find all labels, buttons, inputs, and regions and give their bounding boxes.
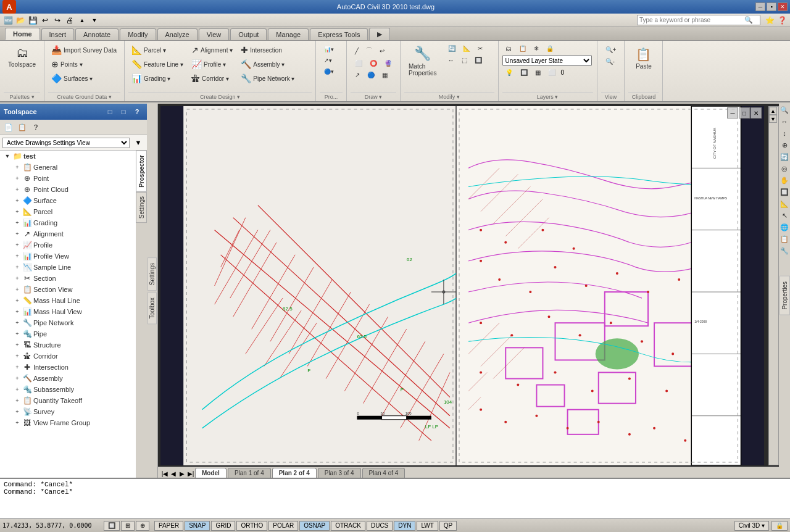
list-item[interactable]: + 📋 General <box>0 162 136 173</box>
ts-btn3[interactable]: ? <box>131 106 143 118</box>
list-item[interactable]: + 📡 Survey <box>0 406 136 417</box>
expander[interactable]: + <box>12 162 22 172</box>
modify-btn6[interactable]: 🔲 <box>472 55 485 65</box>
vp-minimize-btn[interactable]: ─ <box>727 107 738 118</box>
expander[interactable]: + <box>12 396 22 405</box>
expander[interactable]: + <box>12 307 22 317</box>
drawing-viewport[interactable]: 82.5 62 62.5 F P 104 LF LP <box>160 106 764 465</box>
list-item[interactable]: + 🖼 View Frame Group <box>0 417 136 428</box>
layer-freeze-btn[interactable]: ❄ <box>531 43 542 54</box>
tab-plan4[interactable]: Plan 4 of 4 <box>362 468 405 478</box>
ts-btn2[interactable]: □ <box>117 106 130 118</box>
rt-btn9[interactable]: 📐 <box>780 198 789 209</box>
print-btn[interactable]: 🖨 <box>64 15 75 26</box>
tab-analyze[interactable]: Analyze <box>157 28 198 40</box>
expander[interactable]: + <box>12 351 22 361</box>
up-btn[interactable]: ▲ <box>77 15 88 26</box>
tree-root[interactable]: ▼ 📁 test <box>0 151 136 162</box>
list-item[interactable]: + ✂ Section <box>0 273 136 284</box>
vp-close-btn[interactable]: ✕ <box>750 107 762 118</box>
assembly-btn[interactable]: 🔨 Assembly ▾ <box>238 57 297 71</box>
draw-btn3[interactable]: ↩ <box>376 44 388 57</box>
ts-props-btn[interactable]: 📋 <box>16 121 28 133</box>
expander[interactable]: + <box>12 384 22 394</box>
ts-view-dropdown[interactable]: Active Drawings Settings View <box>2 138 130 148</box>
pipe-network-btn[interactable]: 🔧 Pipe Network ▾ <box>238 72 297 85</box>
rt-btn6[interactable]: ◎ <box>780 163 789 174</box>
expander[interactable]: + <box>12 407 22 417</box>
settings-tab[interactable]: Settings <box>136 192 147 223</box>
expander[interactable]: + <box>12 273 22 283</box>
workspace-btn[interactable]: Civil 3D ▾ <box>734 521 769 531</box>
draw-btn6[interactable]: 🔮 <box>381 58 395 69</box>
pro-btn2[interactable]: ↗▾ <box>321 56 337 65</box>
lwt-toggle[interactable]: LWT <box>417 521 438 531</box>
list-item[interactable]: + 🔨 Assembly <box>0 373 136 384</box>
tab-nav-first[interactable]: |◀ <box>160 469 169 478</box>
tab-manage[interactable]: Manage <box>268 28 309 40</box>
tab-view[interactable]: View <box>199 28 230 40</box>
tab-plan2[interactable]: Plan 2 of 4 <box>272 468 317 478</box>
expander[interactable]: + <box>12 418 22 428</box>
points-btn[interactable]: ⊕ Points ▾ <box>48 57 120 71</box>
list-item[interactable]: + 🔷 Surface <box>0 195 136 206</box>
osnap-toggle[interactable]: OSNAP <box>299 521 330 531</box>
expander[interactable]: + <box>12 373 22 383</box>
expander[interactable]: + <box>12 340 22 350</box>
prospector-tab[interactable]: Prospector <box>136 151 147 192</box>
expander[interactable]: + <box>12 318 22 328</box>
list-item[interactable]: + 📊 Profile View <box>0 251 136 262</box>
expander[interactable]: + <box>12 262 22 272</box>
surfaces-btn[interactable]: 🔷 Surfaces ▾ <box>48 72 120 85</box>
list-item[interactable]: + ⊕ Point <box>0 173 136 184</box>
draw-btn2[interactable]: ⌒ <box>363 44 375 57</box>
tab-plan1[interactable]: Plan 1 of 4 <box>228 468 271 478</box>
draw-btn5[interactable]: ⭕ <box>367 58 380 69</box>
modify-btn3[interactable]: ✂ <box>475 43 486 54</box>
properties-side-tab[interactable]: Properties <box>780 276 790 315</box>
grid-btn[interactable]: ⊞ <box>121 521 135 531</box>
expander[interactable]: + <box>12 362 22 372</box>
settings-side-tab[interactable]: Settings <box>148 257 157 291</box>
expander[interactable]: + <box>12 173 22 183</box>
modify-btn1[interactable]: 🔄 <box>445 43 459 54</box>
view-btn2[interactable]: 🔍- <box>602 56 620 67</box>
profile-btn[interactable]: 📈 Profile ▾ <box>188 57 236 71</box>
tab-insert[interactable]: Insert <box>41 28 75 40</box>
rt-btn8[interactable]: 🔲 <box>780 186 789 197</box>
open-btn[interactable]: 📂 <box>15 15 26 26</box>
grading-btn[interactable]: 📊 Grading ▾ <box>128 72 186 85</box>
expander[interactable]: + <box>12 240 22 250</box>
toolspace-large-btn[interactable]: 🗂 Toolspace <box>4 43 40 92</box>
model-space-btn[interactable]: 🔲 <box>104 521 120 531</box>
list-item[interactable]: + ↗ Alignment <box>0 228 136 239</box>
ts-new-btn[interactable]: 📄 <box>2 121 15 133</box>
list-item[interactable]: + 📊 Mass Haul View <box>0 306 136 317</box>
feature-line-btn[interactable]: 📏 Feature Line ▾ <box>128 57 186 71</box>
tab-plan3[interactable]: Plan 3 of 4 <box>318 468 361 478</box>
cad-canvas[interactable]: 82.5 62 62.5 F P 104 LF LP <box>160 106 764 465</box>
expander[interactable]: + <box>12 218 22 228</box>
ts-btn1[interactable]: □ <box>104 106 116 118</box>
polar-toggle[interactable]: POLAR <box>268 521 298 531</box>
rt-pan-btn[interactable]: ✋ <box>780 175 789 186</box>
paste-btn[interactable]: 📋 Paste <box>630 44 657 72</box>
expander[interactable]: + <box>12 329 22 339</box>
expander[interactable]: + <box>12 185 22 194</box>
layer-lock-btn[interactable]: 🔒 <box>543 43 557 54</box>
down-btn[interactable]: ▼ <box>89 15 100 26</box>
modify-btn4[interactable]: ↔ <box>445 55 457 65</box>
tab-home[interactable]: Home <box>5 28 40 40</box>
tab-more[interactable]: ▶ <box>369 28 390 40</box>
rt-btn11[interactable]: 🌐 <box>780 222 789 233</box>
expander[interactable]: + <box>12 251 22 261</box>
tab-nav-next[interactable]: ▶ <box>178 469 186 478</box>
rt-btn12[interactable]: 📋 <box>780 233 789 244</box>
expander[interactable]: + <box>12 207 22 217</box>
tab-modify[interactable]: Modify <box>120 28 156 40</box>
expander[interactable]: + <box>12 229 22 239</box>
undo-btn[interactable]: ↩ <box>40 15 51 26</box>
layer-props-btn[interactable]: 🗂 <box>502 43 515 54</box>
layer-states-btn[interactable]: 📋 <box>516 43 530 54</box>
list-item[interactable]: + 🔩 Subassembly <box>0 384 136 395</box>
